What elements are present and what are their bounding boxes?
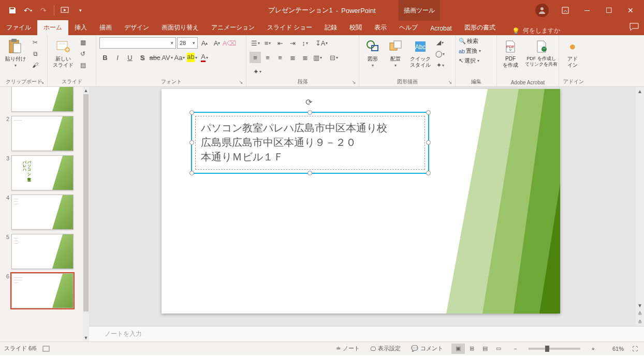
notes-button[interactable]: ≐ノート xyxy=(334,344,362,353)
align-text-icon[interactable]: ⊟ xyxy=(328,52,340,63)
replace-button[interactable]: ab置換 xyxy=(459,47,481,55)
grow-font-icon[interactable]: A▴ xyxy=(199,37,210,49)
canvas-scrollbar[interactable]: ▲ ▼ ≜ ≛ xyxy=(636,87,644,326)
thumbnail-item[interactable]: 6 ―――――――――― xyxy=(0,271,83,310)
tab-acrobat[interactable]: Acrobat xyxy=(424,22,458,35)
normal-view-icon[interactable]: ▣ xyxy=(451,344,465,354)
tab-slideshow[interactable]: スライド ショー xyxy=(261,20,318,35)
shrink-font-icon[interactable]: A▾ xyxy=(211,37,223,49)
current-slide[interactable]: ⟳ パソコン教室パレハ広島市中区本通り校 広島県広島市中区本通り９－２０ 本通り… xyxy=(162,89,560,314)
scroll-up-icon[interactable]: ▲ xyxy=(636,87,644,95)
numbering-icon[interactable]: ≡ xyxy=(262,37,273,49)
tab-insert[interactable]: 挿入 xyxy=(68,20,93,35)
quick-styles-button[interactable]: Abc クイック スタイル xyxy=(408,37,433,69)
section-icon[interactable]: ▤ xyxy=(78,60,88,70)
tab-file[interactable]: ファイル xyxy=(0,20,37,35)
smartart-convert-icon[interactable]: ✦ xyxy=(252,66,263,77)
zoom-percent[interactable]: 61% xyxy=(603,346,624,352)
comments-pane-icon[interactable] xyxy=(630,23,639,31)
italic-icon[interactable]: I xyxy=(112,52,123,63)
user-account-icon[interactable] xyxy=(535,4,549,17)
reset-icon[interactable]: ↺ xyxy=(78,49,88,59)
prev-slide-icon[interactable]: ≜ xyxy=(636,309,644,318)
font-dialog-icon[interactable]: ↘ xyxy=(239,79,245,85)
tab-record[interactable]: 記録 xyxy=(318,20,343,35)
thumbnail-item[interactable]: 4 ―――――― xyxy=(0,192,83,232)
comments-button[interactable]: 💬コメント xyxy=(409,344,445,353)
scroll-down-icon[interactable]: ▼ xyxy=(636,301,644,309)
bullets-icon[interactable]: ☰ xyxy=(250,37,261,49)
clipboard-dialog-icon[interactable]: ↘ xyxy=(40,79,46,85)
scroll-up-icon[interactable]: ▲ xyxy=(83,87,89,94)
tab-help[interactable]: ヘルプ xyxy=(393,20,424,35)
format-painter-icon[interactable]: 🖌 xyxy=(30,60,40,70)
addins-button[interactable]: ● アド イン xyxy=(562,37,583,69)
shadow-icon[interactable]: S xyxy=(137,52,148,63)
shape-outline-icon[interactable]: ◯ xyxy=(435,49,445,59)
zoom-slider[interactable] xyxy=(529,348,580,350)
display-settings-button[interactable]: 🖵表示設定 xyxy=(368,344,403,353)
sorter-view-icon[interactable]: ⊞ xyxy=(465,344,478,354)
thumbnail-scrollbar[interactable]: ▲ ▼ xyxy=(83,87,89,341)
copy-icon[interactable]: ⧉ xyxy=(30,49,40,59)
text-direction-icon[interactable]: ↧A xyxy=(316,37,327,49)
ribbon-display-icon[interactable] xyxy=(555,3,576,18)
increase-indent-icon[interactable]: ⇥ xyxy=(287,37,298,49)
textbox-content[interactable]: パソコン教室パレハ広島市中区本通り校 広島県広島市中区本通り９－２０ 本通りＭビ… xyxy=(196,116,425,168)
slide-counter[interactable]: スライド 6/6 xyxy=(4,345,36,352)
qat-customize-icon[interactable]: ▾ xyxy=(73,3,87,18)
char-spacing-icon[interactable]: AV xyxy=(162,52,173,63)
tell-me-search[interactable]: 💡 何をしますか xyxy=(512,26,560,35)
maximize-icon[interactable]: ☐ xyxy=(598,3,619,18)
align-right-icon[interactable]: ≡ xyxy=(274,52,286,63)
reading-view-icon[interactable]: ▤ xyxy=(478,344,492,354)
change-case-icon[interactable]: Aa xyxy=(174,52,185,63)
align-center-icon[interactable]: ≡ xyxy=(262,52,273,63)
tab-transitions[interactable]: 画面切り替え xyxy=(155,20,205,35)
resize-handle[interactable] xyxy=(189,110,194,115)
tab-draw[interactable]: 描画 xyxy=(93,20,118,35)
fit-window-icon[interactable]: ⛶ xyxy=(630,345,640,353)
thumbnail-item[interactable]: 2 ―――― xyxy=(0,114,83,153)
layout-icon[interactable]: ▦ xyxy=(78,37,88,48)
tab-animations[interactable]: アニメーション xyxy=(205,20,261,35)
arrange-button[interactable]: 配置▾ xyxy=(385,37,406,69)
minimize-icon[interactable]: ─ xyxy=(577,3,597,18)
undo-icon[interactable]: ↶▾ xyxy=(21,3,35,18)
resize-handle[interactable] xyxy=(308,110,312,115)
tab-view[interactable]: 表示 xyxy=(368,20,393,35)
resize-handle[interactable] xyxy=(308,171,312,175)
font-size-combo[interactable]: 28▾ xyxy=(177,37,198,49)
thumbnail-item[interactable]: 5 ―――――― xyxy=(0,232,83,271)
underline-icon[interactable]: U xyxy=(124,52,136,63)
paragraph-dialog-icon[interactable]: ↘ xyxy=(352,79,358,85)
next-slide-icon[interactable]: ≛ xyxy=(636,318,644,326)
align-left-icon[interactable]: ≡ xyxy=(250,52,261,63)
tab-review[interactable]: 校閲 xyxy=(343,20,368,35)
cut-icon[interactable]: ✂ xyxy=(30,37,40,48)
resize-handle[interactable] xyxy=(189,171,194,175)
slideshow-start-icon[interactable] xyxy=(57,3,72,18)
highlight-icon[interactable]: ab xyxy=(186,52,198,63)
close-icon[interactable]: ✕ xyxy=(620,3,641,18)
bold-icon[interactable]: B xyxy=(99,52,111,63)
shape-effects-icon[interactable]: ✦ xyxy=(435,60,445,70)
tab-design[interactable]: デザイン xyxy=(118,20,155,35)
resize-handle[interactable] xyxy=(426,140,431,145)
scroll-down-icon[interactable]: ▼ xyxy=(83,334,89,341)
shapes-button[interactable]: 図形▾ xyxy=(362,37,383,69)
clear-format-icon[interactable]: A⌫ xyxy=(224,37,235,49)
drawing-dialog-icon[interactable]: ↘ xyxy=(448,79,454,85)
strikethrough-icon[interactable]: abc xyxy=(149,52,160,63)
tab-format[interactable]: 図形の書式 xyxy=(458,20,502,35)
slideshow-view-icon[interactable]: ▭ xyxy=(492,344,505,354)
save-icon[interactable] xyxy=(5,3,20,18)
resize-handle[interactable] xyxy=(426,171,431,175)
line-spacing-icon[interactable]: ↕ xyxy=(299,37,311,49)
shape-fill-icon[interactable]: ◢ xyxy=(435,37,445,48)
resize-handle[interactable] xyxy=(189,140,194,145)
pdf-share-button[interactable]: PDF を作成し てリンクを共有 xyxy=(523,37,560,68)
tab-home[interactable]: ホーム xyxy=(37,20,68,35)
thumbnail-item[interactable]: 3 パソコン教室パレハ xyxy=(0,153,83,192)
font-color-icon[interactable]: A xyxy=(199,52,210,63)
